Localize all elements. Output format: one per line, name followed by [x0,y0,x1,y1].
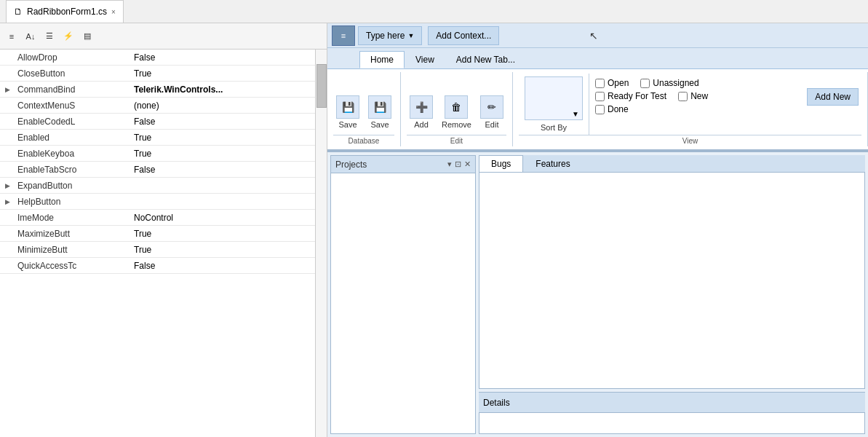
props-row: MaximizeButt True [0,226,315,242]
view-group-label: View [519,135,861,145]
properties-panel: ≡ A↓ ☰ ⚡ ▤ AllowDrop False CloseButton T… [0,23,327,437]
projects-dropdown-icon[interactable]: ▾ [447,160,452,169]
tab-bugs[interactable]: Bugs [479,155,523,172]
ribbon-tab-home[interactable]: Home [359,51,405,68]
props-value: False [131,165,315,175]
checkbox-ready-input[interactable] [595,92,605,101]
checkbox-done[interactable]: Done [595,104,629,114]
ribbon-btn-save2[interactable]: 💾 Save [365,92,394,132]
props-value: False [131,261,315,271]
checkbox-done-input[interactable] [595,105,605,114]
bottom-area: Projects ▾ ⊡ ✕ Bugs Features [327,151,868,437]
title-bar: 🗋 RadRibbonForm1.cs × [0,0,868,23]
database-group-label: Database [333,135,394,145]
properties-scrollbar[interactable] [315,50,327,437]
ribbon-tabs-bar: Home View Add New Tab... [327,48,868,68]
edit-group-label: Edit [407,135,506,145]
props-value: True [131,133,315,143]
sort-by-dropdown[interactable]: ▼ [525,76,583,120]
checkbox-new[interactable]: New [678,91,708,101]
quick-access-tab[interactable]: Type here ▼ [358,26,422,45]
props-expand-icon[interactable]: ▶ [0,198,15,205]
edit-buttons: ➕ Add 🗑 Remove ✏ Edit [407,74,506,135]
projects-close-icon[interactable]: ✕ [464,160,471,169]
props-expand-icon[interactable]: ▶ [0,86,15,93]
props-row: EnableKeyboa True [0,146,315,162]
props-name: HelpButton [15,197,131,207]
ribbon-tab-add-new[interactable]: Add New Tab... [445,51,526,68]
ribbon-group-edit: ➕ Add 🗑 Remove ✏ Edit Edit [401,72,513,146]
file-icon: 🗋 [14,7,23,17]
ribbon-btn-save1[interactable]: 💾 Save [333,92,362,132]
props-row: ▶ CommandBind Telerik.WinControls... [0,82,315,98]
props-row: EnableTabScro False [0,162,315,178]
add-label: Add [414,120,429,129]
checkbox-unassigned-label: Unassigned [653,78,698,88]
details-header: Details [479,392,865,412]
checkbox-unassigned[interactable]: Unassigned [640,78,698,88]
props-name: Enabled [15,133,131,143]
props-row: MinimizeButt True [0,242,315,258]
checkbox-row-1: Open Unassigned [595,78,801,88]
props-name: MaximizeButt [15,229,131,239]
props-row: ▶ ExpandButton [0,178,315,194]
toolbar-btn-1[interactable]: A↓ [22,28,39,45]
checkbox-new-input[interactable] [678,92,688,101]
props-name: CloseButton [15,68,131,79]
sort-arrow: ▼ [572,110,579,118]
checkbox-new-label: New [690,91,708,101]
add-icon: ➕ [410,95,433,119]
ribbon-btn-edit[interactable]: ✏ Edit [477,92,506,132]
props-expand-icon[interactable]: ▶ [0,182,15,189]
toolbar-btn-4[interactable]: ▤ [79,28,96,45]
content-body [479,173,865,389]
app-btn-icon: ≡ [341,31,346,40]
ribbon-group-database: 💾 Save 💾 Save Database [327,72,401,146]
projects-pin-icon[interactable]: ⊡ [455,160,461,169]
properties-content: AllowDrop False CloseButton True ▶ Comma… [0,50,315,437]
filename-label: RadRibbonForm1.cs [27,7,107,17]
sort-by-area: ▼ Sort By [519,74,589,135]
toolbar-btn-0[interactable]: ≡ [3,28,20,45]
props-value: Telerik.WinControls... [131,84,315,95]
quick-access-label: Type here [366,31,405,41]
checkbox-row-3: Done [595,104,801,114]
details-label: Details [483,398,510,408]
quick-access-arrow: ▼ [407,32,414,39]
props-name: ContextMenuS [15,101,131,111]
props-row: EnableCodedL False [0,114,315,130]
scrollbar-thumb[interactable] [316,64,327,108]
props-row: ImeMode NoControl [0,210,315,226]
ribbon-tab-view[interactable]: View [405,51,445,68]
ribbon-content: 💾 Save 💾 Save Database ➕ [327,68,868,149]
props-row: ▶ HelpButton [0,194,315,210]
tab-features[interactable]: Features [523,155,582,172]
add-new-button[interactable]: Add New [807,88,859,106]
checkbox-open-input[interactable] [595,79,605,88]
checkbox-row-2: Ready For Test New [595,91,801,101]
projects-header: Projects ▾ ⊡ ✕ [331,156,475,173]
toolbar-btn-2[interactable]: ☰ [41,28,58,45]
ribbon-group-view: ▼ Sort By Open [513,72,868,146]
props-name: EnableCodedL [15,117,131,127]
props-name: ImeMode [15,213,131,223]
sort-by-label: Sort By [541,123,567,132]
ribbon-app-button[interactable]: ≡ [332,25,355,46]
checkbox-ready[interactable]: Ready For Test [595,91,666,101]
ribbon-btn-remove[interactable]: 🗑 Remove [439,92,474,132]
props-value: (none) [131,101,315,111]
ribbon-btn-add[interactable]: ➕ Add [407,92,436,132]
toolbar-btn-3[interactable]: ⚡ [60,28,77,45]
checkbox-open[interactable]: Open [595,78,629,88]
props-value: NoControl [131,213,315,223]
add-context-button[interactable]: Add Context... [428,26,499,45]
edit-label: Edit [485,120,498,129]
projects-title: Projects [335,160,367,170]
close-tab-button[interactable]: × [111,8,116,16]
props-value: False [131,117,315,127]
props-value: False [131,52,315,63]
title-tab[interactable]: 🗋 RadRibbonForm1.cs × [6,0,124,23]
remove-icon: 🗑 [445,95,468,119]
checkbox-unassigned-input[interactable] [640,79,650,88]
checkbox-open-label: Open [608,78,629,88]
